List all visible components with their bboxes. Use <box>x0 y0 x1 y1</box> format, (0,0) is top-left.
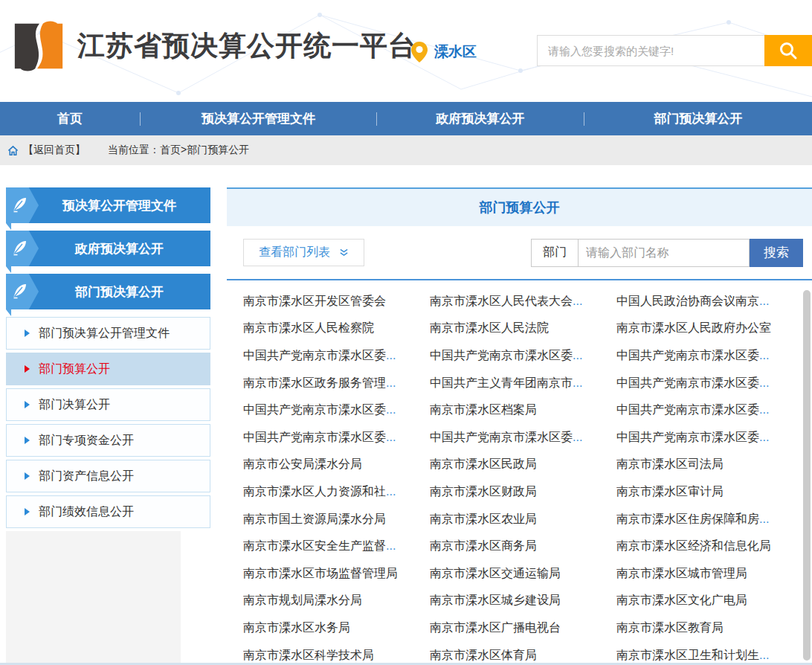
sidebar-item-3[interactable]: 部门专项资金公开 <box>6 424 210 457</box>
sidebar-item-4[interactable]: 部门资产信息公开 <box>6 460 210 492</box>
department-link[interactable]: 南京市溧水区商务局 <box>430 539 616 554</box>
department-link[interactable]: 中国共产党南京市溧水区委... <box>616 376 790 391</box>
department-name: 中国共产党南京市溧水区委 <box>430 349 573 362</box>
panel-title: 部门预算公开 <box>480 199 560 216</box>
department-link[interactable]: 南京市国土资源局溧水分局 <box>243 512 430 527</box>
sidebar-item-5[interactable]: 部门绩效信息公开 <box>6 495 210 528</box>
site-search-button[interactable] <box>764 35 812 66</box>
nav-item-2[interactable]: 政府预决算公开 <box>377 102 584 135</box>
sidebar-section-label: 部门预决算公开 <box>75 283 164 301</box>
department-link[interactable]: 南京市溧水区城市管理局 <box>616 566 790 582</box>
sidebar-item-1[interactable]: 部门预算公开 <box>6 353 210 385</box>
department-link[interactable]: 中国共产党南京市溧水区委... <box>243 348 430 364</box>
department-name-input[interactable] <box>579 239 750 267</box>
department-name: 南京市溧水区体育局 <box>430 649 537 661</box>
truncation-ellipsis: ... <box>386 403 396 416</box>
main-panel: 部门预算公开 查看部门列表 部门 搜索 南京市溧水区开发区管委会南京市溧水区 <box>227 187 812 665</box>
department-link[interactable]: 南京市溧水区安全生产监督... <box>243 539 430 554</box>
location-selector[interactable]: 溧水区 <box>411 42 477 62</box>
department-link[interactable]: 南京市溧水区审计局 <box>616 484 790 500</box>
department-link[interactable]: 南京市溧水区农业局 <box>430 512 616 527</box>
department-search: 部门 搜索 <box>531 239 803 267</box>
triangle-bullet-icon <box>25 401 30 408</box>
department-search-button[interactable]: 搜索 <box>750 239 803 267</box>
department-name: 中国共产党南京市溧水区委 <box>616 403 759 416</box>
nav-item-3[interactable]: 部门预决算公开 <box>584 102 812 135</box>
department-link[interactable]: 南京市溧水区教育局 <box>616 620 790 636</box>
truncation-ellipsis: ... <box>759 349 769 362</box>
department-link[interactable]: 南京市溧水区档案局 <box>430 402 616 418</box>
department-name: 南京市溧水区住房保障和房 <box>616 513 759 525</box>
panel-title-band: 部门预算公开 <box>227 187 812 226</box>
department-link[interactable]: 南京市溧水区人民政府办公室 <box>616 321 790 336</box>
department-link[interactable]: 中国共产党南京市溧水区委... <box>430 430 616 446</box>
department-link[interactable]: 南京市溧水区城乡建设局 <box>430 593 616 608</box>
department-link[interactable]: 中国共产党南京市溧水区委... <box>616 348 790 364</box>
department-name: 中国人民政治协商会议南京 <box>616 295 759 307</box>
nav-item-1[interactable]: 预决算公开管理文件 <box>141 102 376 135</box>
department-link[interactable]: 南京市溧水区人民法院 <box>430 321 616 336</box>
department-link[interactable]: 南京市溧水区交通运输局 <box>430 566 616 582</box>
nav-item-0[interactable]: 首页 <box>0 102 140 135</box>
department-link[interactable]: 南京市溧水区文化广电局 <box>616 593 790 608</box>
department-link[interactable]: 南京市溧水区开发区管委会 <box>243 294 430 309</box>
content: 预决算公开管理文件政府预决算公开部门预决算公开部门预决算公开管理文件部门预算公开… <box>0 165 812 665</box>
view-department-list-button[interactable]: 查看部门列表 <box>243 239 364 266</box>
sidebar-item-label: 部门决算公开 <box>39 397 110 413</box>
department-name: 中国共产党南京市溧水区委 <box>243 403 386 416</box>
site-search-input[interactable] <box>537 35 764 66</box>
department-link[interactable]: 南京市溧水区人民代表大会... <box>430 294 616 309</box>
department-link[interactable]: 中国共产党南京市溧水区委... <box>616 430 790 446</box>
department-link[interactable]: 南京市溧水区市场监督管理局 <box>243 566 430 582</box>
department-name: 南京市溧水区人力资源和社 <box>243 485 386 498</box>
department-link[interactable]: 南京市规划局溧水分局 <box>243 593 430 608</box>
department-link[interactable]: 中国共产主义青年团南京市... <box>430 376 616 391</box>
scrollbar-thumb[interactable] <box>803 290 811 661</box>
sidebar-section-2[interactable]: 部门预决算公开 <box>6 274 210 309</box>
department-name: 中国共产党南京市溧水区委 <box>430 431 573 443</box>
department-name: 南京市溧水区教育局 <box>616 621 724 634</box>
sidebar-filler <box>6 531 181 665</box>
department-link[interactable]: 南京市溧水区司法局 <box>616 457 790 472</box>
department-link[interactable]: 南京市溧水区财政局 <box>430 484 616 500</box>
sidebar-section-0[interactable]: 预决算公开管理文件 <box>6 187 210 223</box>
department-name: 南京市溧水区文化广电局 <box>616 594 747 606</box>
truncation-ellipsis: ... <box>759 295 769 307</box>
department-link[interactable]: 南京市溧水区体育局 <box>430 648 616 664</box>
department-link[interactable]: 中国共产党南京市溧水区委... <box>430 348 616 364</box>
department-name: 南京市溧水区政务服务管理 <box>243 376 386 389</box>
department-link[interactable]: 南京市溧水区经济和信息化局 <box>616 539 790 554</box>
sidebar-item-label: 部门预算公开 <box>39 362 110 377</box>
breadcrumb: 【返回首页】 当前位置：首页>部门预算公开 <box>0 135 812 165</box>
truncation-ellipsis: ... <box>386 376 396 389</box>
department-link[interactable]: 中国共产党南京市溧水区委... <box>616 402 790 418</box>
department-name: 南京市溧水区农业局 <box>430 513 537 525</box>
department-link[interactable]: 中国共产党南京市溧水区委... <box>243 402 430 418</box>
back-home-link[interactable]: 【返回首页】 <box>23 144 86 157</box>
department-name: 中国共产主义青年团南京市 <box>430 376 573 389</box>
department-link[interactable]: 南京市溧水区人力资源和社... <box>243 484 430 500</box>
department-link[interactable]: 南京市溧水区民政局 <box>430 457 616 472</box>
truncation-ellipsis: ... <box>759 431 769 443</box>
sidebar-item-2[interactable]: 部门决算公开 <box>6 388 210 421</box>
department-link[interactable]: 南京市溧水区政务服务管理... <box>243 376 430 391</box>
department-name: 南京市溧水区交通运输局 <box>430 567 561 579</box>
department-link[interactable]: 南京市溧水区科学技术局 <box>243 648 430 664</box>
department-name: 南京市溧水区城乡建设局 <box>430 594 561 606</box>
department-link[interactable]: 南京市公安局溧水分局 <box>243 457 430 472</box>
department-link[interactable]: 中国共产党南京市溧水区委... <box>243 430 430 446</box>
department-link[interactable]: 中国人民政治协商会议南京... <box>616 294 790 309</box>
triangle-bullet-icon <box>25 472 30 480</box>
main-nav: 首页预决算公开管理文件政府预决算公开部门预决算公开 <box>0 102 812 135</box>
quill-icon <box>6 274 39 316</box>
truncation-ellipsis: ... <box>573 431 582 443</box>
department-link[interactable]: 南京市溧水区卫生和计划生... <box>616 648 790 664</box>
department-link[interactable]: 南京市溧水区广播电视台 <box>430 620 616 636</box>
sidebar-section-1[interactable]: 政府预决算公开 <box>6 231 210 266</box>
department-link[interactable]: 南京市溧水区住房保障和房... <box>616 512 790 527</box>
department-link[interactable]: 南京市溧水区人民检察院 <box>243 321 430 336</box>
department-name: 南京市公安局溧水分局 <box>243 457 362 470</box>
department-link[interactable]: 南京市溧水区水务局 <box>243 620 430 636</box>
sidebar-item-0[interactable]: 部门预决算公开管理文件 <box>6 317 210 350</box>
department-name: 南京市溧水区人民法院 <box>430 321 549 334</box>
